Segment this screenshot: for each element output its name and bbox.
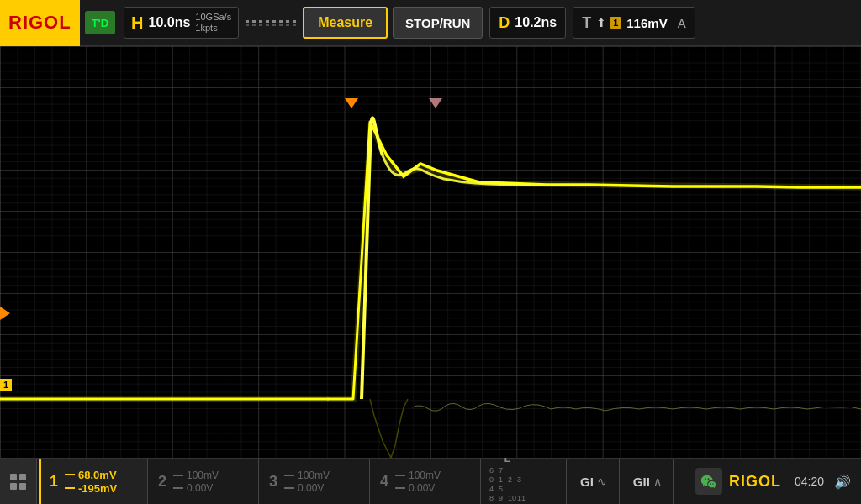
ch2-offset: 0.00V <box>187 482 213 494</box>
ch2-line-indicator2 <box>173 487 183 489</box>
gi-label: GI <box>580 475 594 489</box>
trigger-mode-label: A <box>678 16 686 30</box>
ch1-line-indicator2 <box>65 487 75 489</box>
t-label: T <box>582 14 591 32</box>
measure-button[interactable]: Measure <box>303 7 388 39</box>
d-label: D <box>499 14 510 32</box>
waveform-indicator <box>246 20 296 26</box>
ch1-info: 68.0mV -195mV <box>65 469 117 495</box>
h-label: H <box>131 13 143 33</box>
gii-section[interactable]: GII ∧ <box>621 459 674 505</box>
trigger-icons: ⬆ 1 <box>596 16 621 29</box>
ch1-line-indicator <box>65 474 75 475</box>
trigger-v-marker <box>0 307 10 320</box>
gi-section[interactable]: GI ∿ <box>568 459 620 505</box>
td-badge: T'D <box>85 11 115 34</box>
gii-wave-icon: ∧ <box>653 475 662 488</box>
trigger-voltage-value: 116mV <box>626 16 667 30</box>
trigger-source-icon: ⬆ <box>596 16 606 29</box>
time-display: 04:20 <box>795 475 824 488</box>
channel-1-block[interactable]: 1 68.0mV -195mV <box>39 459 148 505</box>
bottom-right-info: RIGOL 04:20 🔊 <box>695 468 861 495</box>
ch3-line-indicator2 <box>284 487 294 489</box>
h-sample-info: 10GSa/s 1kpts <box>195 12 231 34</box>
scope-screen: 1 <box>0 46 861 458</box>
ch2-scale: 100mV <box>187 470 219 481</box>
l-grid: 67 0123 45 891011 12131415 <box>489 466 526 505</box>
gi-wave-icon: ∿ <box>597 475 607 488</box>
channel-2-block[interactable]: 2 100mV 0.00V <box>150 459 259 505</box>
ch4-line-indicator2 <box>395 487 405 489</box>
h-time-value: 10.0ns <box>149 15 191 30</box>
h-timebase-section[interactable]: H 10.0ns 10GSa/s 1kpts <box>124 7 239 39</box>
trigger-h2-marker <box>429 98 442 108</box>
rigol-bottom-logo: RIGOL <box>729 473 781 491</box>
volume-icon: 🔊 <box>834 474 851 490</box>
ch3-offset: 0.00V <box>298 482 324 494</box>
l-section[interactable]: L 67 0123 45 891011 12131415 <box>483 459 567 505</box>
trigger-h-marker <box>345 98 358 108</box>
trigger-channel-badge: 1 <box>610 17 621 29</box>
ch1-voltage2: -195mV <box>78 482 117 495</box>
ch4-offset: 0.00V <box>409 482 435 494</box>
ch4-number: 4 <box>380 473 388 491</box>
rigol-logo: RIGOL <box>0 0 80 46</box>
d-delay-section[interactable]: D 10.2ns <box>489 7 566 39</box>
gii-label: GII <box>633 475 650 489</box>
ch3-number: 3 <box>269 473 277 491</box>
ch2-number: 2 <box>158 473 166 491</box>
ch4-line-indicator <box>395 475 405 476</box>
ch2-line-indicator <box>173 475 183 476</box>
channel-4-block[interactable]: 4 100mV 0.00V <box>372 459 481 505</box>
bottom-bar: 1 68.0mV -195mV 2 100mV 0.00V <box>0 458 861 504</box>
ch4-scale: 100mV <box>409 470 441 481</box>
ch3-info: 100mV 0.00V <box>284 470 330 494</box>
channel-3-block[interactable]: 3 100mV 0.00V <box>261 459 370 505</box>
top-bar: RIGOL T'D H 10.0ns 10GSa/s 1kpts Measure… <box>0 0 861 46</box>
ch1-level-marker: 1 <box>0 379 12 391</box>
wechat-icon <box>695 468 722 495</box>
d-delay-value: 10.2ns <box>515 15 557 30</box>
ch4-info: 100mV 0.00V <box>395 470 441 494</box>
menu-button[interactable] <box>0 459 37 505</box>
menu-icon <box>10 474 26 490</box>
ch1-number: 1 <box>50 473 58 491</box>
ch3-line-indicator <box>284 475 294 476</box>
ch2-info: 100mV 0.00V <box>173 470 219 494</box>
stop-run-button[interactable]: STOP/RUN <box>393 7 483 39</box>
ch3-scale: 100mV <box>298 470 330 481</box>
t-trigger-section[interactable]: T ⬆ 1 116mV A <box>573 7 695 39</box>
ch1-voltage1: 68.0mV <box>78 469 117 481</box>
